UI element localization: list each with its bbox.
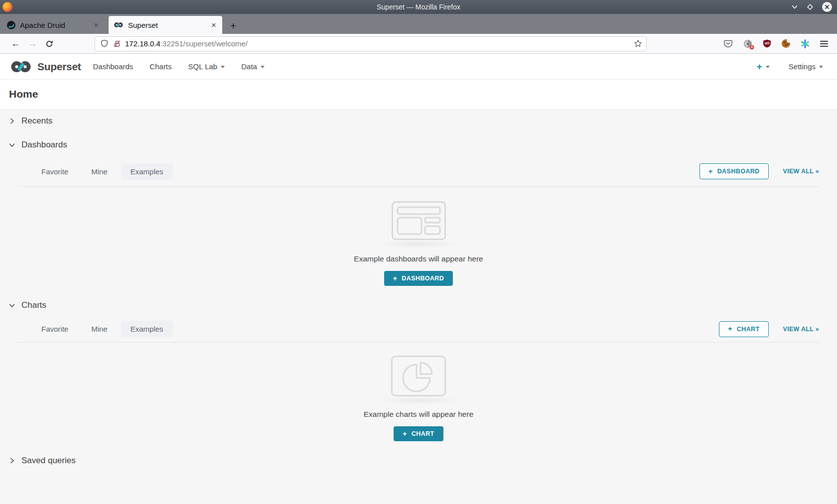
tab-close-icon[interactable]: × xyxy=(93,21,100,29)
tab-apache-druid[interactable]: Apache Druid × xyxy=(2,16,105,34)
tab-mine[interactable]: Mine xyxy=(82,163,117,180)
forward-icon[interactable]: → xyxy=(24,38,41,49)
empty-chart-icon xyxy=(391,355,446,397)
new-chart-button-primary[interactable]: +CHART xyxy=(394,426,443,441)
charts-toolbar: Favorite Mine Examples +CHART VIEW ALL » xyxy=(18,316,819,343)
superset-navbar: Superset Dashboards Charts SQL Lab Data … xyxy=(0,54,837,80)
new-item-menu-button[interactable]: + xyxy=(757,61,770,72)
close-icon[interactable] xyxy=(822,2,832,12)
apache-druid-favicon xyxy=(7,21,15,29)
tab-title: Apache Druid xyxy=(20,21,93,29)
page-header: Home xyxy=(0,80,837,109)
url-host: 172.18.0.4 xyxy=(125,39,160,48)
tab-title: Superset xyxy=(128,21,210,29)
superset-favicon xyxy=(114,22,124,28)
tab-favorite[interactable]: Favorite xyxy=(32,321,78,337)
button-label: CHART xyxy=(412,430,434,437)
nav-item-label: Charts xyxy=(149,62,171,71)
minimize-icon[interactable] xyxy=(791,4,798,10)
chevron-down-icon xyxy=(766,66,770,68)
nav-item-dashboards[interactable]: Dashboards xyxy=(93,62,133,71)
welcome-content: Recents Dashboards Favorite Mine Example… xyxy=(0,109,837,473)
charts-filter-tabs: Favorite Mine Examples xyxy=(32,321,173,337)
privacy-ext-icon[interactable]: × xyxy=(743,39,752,48)
section-label: Dashboards xyxy=(21,140,67,150)
maximize-icon[interactable] xyxy=(806,3,814,11)
ublock-label: uO xyxy=(763,41,771,45)
privacy-ext-badge: × xyxy=(750,45,754,49)
settings-menu[interactable]: Settings xyxy=(789,62,823,71)
button-label: DASHBOARD xyxy=(717,168,760,175)
window-title: Superset — Mozilla Firefox xyxy=(0,3,837,11)
nav-item-label: SQL Lab xyxy=(188,62,218,71)
tab-examples[interactable]: Examples xyxy=(121,321,173,337)
section-label: Charts xyxy=(21,300,46,310)
view-all-charts-link[interactable]: VIEW ALL » xyxy=(783,326,819,333)
empty-icon-shadow xyxy=(377,396,460,404)
superset-brand[interactable]: Superset xyxy=(10,60,81,73)
new-chart-button[interactable]: +CHART xyxy=(719,321,768,337)
empty-state-text: Example charts will appear here xyxy=(364,410,474,419)
page-title: Home xyxy=(9,88,38,100)
plus-icon: + xyxy=(403,430,407,438)
nav-item-label: Dashboards xyxy=(93,62,133,71)
cookie-ext-icon[interactable] xyxy=(782,39,790,48)
section-header-charts[interactable]: Charts xyxy=(0,295,837,316)
tab-close-icon[interactable]: × xyxy=(210,21,217,29)
brand-name: Superset xyxy=(37,61,81,73)
section-label: Saved queries xyxy=(21,456,76,466)
superset-logo-icon xyxy=(10,60,33,73)
plus-icon: + xyxy=(757,61,762,72)
empty-dashboard-icon xyxy=(391,201,446,241)
url-path: :32251/superset/welcome/ xyxy=(160,39,248,48)
button-label: DASHBOARD xyxy=(402,275,444,282)
url-text: 172.18.0.4:32251/superset/welcome/ xyxy=(125,39,634,48)
tab-mine[interactable]: Mine xyxy=(82,321,117,337)
colorful-ext-icon[interactable] xyxy=(801,39,810,48)
chevron-down-icon xyxy=(9,302,15,308)
plus-icon: + xyxy=(728,325,732,333)
new-dashboard-button[interactable]: +DASHBOARD xyxy=(699,163,768,179)
reload-icon[interactable] xyxy=(41,40,58,48)
empty-icon-shadow xyxy=(377,240,460,248)
nav-item-sql-lab[interactable]: SQL Lab xyxy=(188,62,225,71)
chevron-down-icon xyxy=(221,66,225,68)
chevron-right-icon xyxy=(9,458,15,464)
window-titlebar: Superset — Mozilla Firefox xyxy=(0,0,837,14)
plus-icon: + xyxy=(393,274,398,282)
chevron-right-icon xyxy=(9,118,15,124)
bookmark-star-icon[interactable] xyxy=(634,39,642,48)
plus-icon: + xyxy=(708,167,713,175)
nav-item-data[interactable]: Data xyxy=(241,62,265,71)
button-label: CHART xyxy=(737,326,760,333)
browser-toolbar: ← → 172.18.0.4:32251/superset/welcome/ ×… xyxy=(0,34,837,54)
nav-item-label: Data xyxy=(241,62,257,71)
view-all-dashboards-link[interactable]: VIEW ALL » xyxy=(783,168,819,175)
chevron-down-icon xyxy=(819,66,823,68)
new-tab-button[interactable]: + xyxy=(230,20,236,31)
chevron-down-icon xyxy=(261,66,265,68)
ublock-icon[interactable]: uO xyxy=(763,39,771,48)
shield-icon[interactable] xyxy=(100,39,109,48)
pocket-icon[interactable] xyxy=(723,39,733,48)
section-header-recents[interactable]: Recents xyxy=(0,109,837,133)
section-header-dashboards[interactable]: Dashboards xyxy=(0,133,837,156)
url-bar[interactable]: 172.18.0.4:32251/superset/welcome/ xyxy=(95,36,647,51)
section-header-saved-queries[interactable]: Saved queries xyxy=(0,448,837,473)
menu-icon[interactable] xyxy=(820,40,828,47)
tab-favorite[interactable]: Favorite xyxy=(32,163,78,180)
dashboards-filter-tabs: Favorite Mine Examples xyxy=(32,163,173,180)
tab-examples[interactable]: Examples xyxy=(121,163,173,180)
empty-state-text: Example dashboards will appear here xyxy=(354,254,483,263)
dashboards-empty-state: Example dashboards will appear here +DAS… xyxy=(0,187,837,295)
browser-tab-strip: Apache Druid × Superset × + xyxy=(0,14,837,34)
insecure-lock-icon[interactable] xyxy=(113,40,121,48)
tab-superset[interactable]: Superset × xyxy=(109,16,222,34)
chevron-down-icon xyxy=(9,142,15,148)
charts-empty-state: Example charts will appear here +CHART xyxy=(0,343,837,448)
settings-label: Settings xyxy=(789,62,816,71)
new-dashboard-button-primary[interactable]: +DASHBOARD xyxy=(384,271,453,286)
nav-item-charts[interactable]: Charts xyxy=(149,62,171,71)
section-label: Recents xyxy=(21,116,52,126)
back-icon[interactable]: ← xyxy=(7,38,24,49)
